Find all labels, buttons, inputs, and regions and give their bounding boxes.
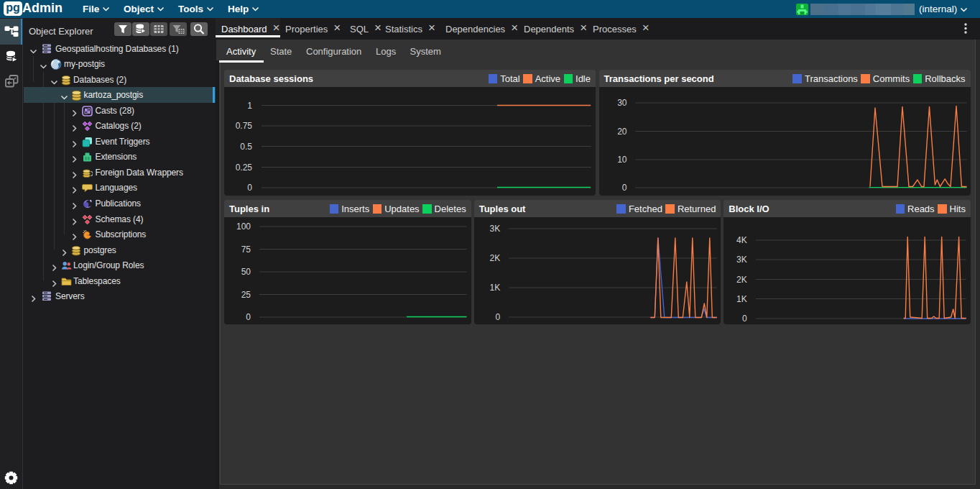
svg-text:0.5: 0.5 [240, 142, 252, 152]
svg-text:100: 100 [236, 221, 251, 232]
svg-text:0: 0 [495, 312, 500, 322]
svg-text:2K: 2K [736, 275, 747, 285]
svg-text:20: 20 [617, 127, 627, 137]
svg-text:0: 0 [246, 312, 251, 322]
svg-text:0.25: 0.25 [236, 163, 253, 173]
svg-text:1K: 1K [489, 283, 500, 293]
svg-text:0: 0 [742, 314, 747, 324]
svg-text:0: 0 [247, 183, 252, 193]
svg-text:50: 50 [241, 267, 251, 277]
svg-text:4K: 4K [736, 235, 747, 245]
svg-text:1: 1 [247, 101, 252, 111]
svg-text:75: 75 [241, 244, 251, 255]
svg-text:1K: 1K [736, 294, 747, 304]
svg-text:25: 25 [241, 290, 251, 300]
svg-text:10: 10 [617, 155, 627, 165]
svg-text:3K: 3K [736, 255, 747, 265]
svg-text:0.75: 0.75 [236, 121, 253, 131]
svg-text:3K: 3K [489, 224, 500, 234]
svg-text:0: 0 [621, 183, 627, 193]
svg-text:30: 30 [617, 98, 627, 108]
svg-text:2K: 2K [489, 253, 500, 263]
